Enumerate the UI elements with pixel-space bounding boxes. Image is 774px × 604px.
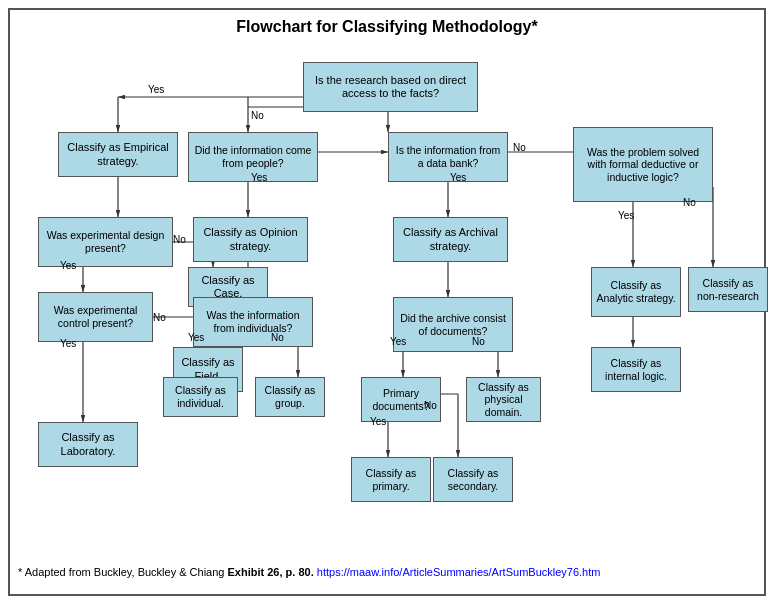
footer: * Adapted from Buckley, Buckley & Chiang… (18, 566, 756, 578)
no-label-primary: No (424, 400, 437, 411)
individual-box: Classify as individual. (163, 377, 238, 417)
no-label-archive: No (472, 336, 485, 347)
experimental-control-box: Was experimental control present? (38, 292, 153, 342)
physical-domain-box: Classify as physical domain. (466, 377, 541, 422)
no-label-formal: No (683, 197, 696, 208)
page-title: Flowchart for Classifying Methodology* (18, 18, 756, 36)
formal-deductive-box: Was the problem solved with formal deduc… (573, 127, 713, 202)
yes-label-primary: Yes (370, 416, 386, 427)
group-box: Classify as group. (255, 377, 325, 417)
opinion-box: Classify as Opinion strategy. (193, 217, 308, 262)
no-label-individuals: No (271, 332, 284, 343)
analytic-box: Classify as Analytic strategy. (591, 267, 681, 317)
yes-label-design: Yes (60, 260, 76, 271)
yes-label-formal: Yes (618, 210, 634, 221)
yes-label-people: Yes (251, 172, 267, 183)
yes-label-empirical: Yes (148, 84, 164, 95)
yes-label-control: Yes (60, 338, 76, 349)
data-bank-box: Is the information from a data bank? (388, 132, 508, 182)
archival-box: Classify as Archival strategy. (393, 217, 508, 262)
info-individuals-box: Was the information from individuals? (193, 297, 313, 347)
lab-box: Classify as Laboratory. (38, 422, 138, 467)
internal-logic-box: Classify as internal logic. (591, 347, 681, 392)
no-label-control: No (153, 312, 166, 323)
non-research-box: Classify as non-research (688, 267, 768, 312)
no-label-people: No (251, 110, 264, 121)
yes-label-databank: Yes (450, 172, 466, 183)
experimental-design-box: Was experimental design present? (38, 217, 173, 267)
no-label-databank: No (513, 142, 526, 153)
secondary-box: Classify as secondary. (433, 457, 513, 502)
no-label-design: No (173, 234, 186, 245)
primary-box: Classify as primary. (351, 457, 431, 502)
empirical-box: Classify as Empirical strategy. (58, 132, 178, 177)
archive-docs-box: Did the archive consist of documents? (393, 297, 513, 352)
start-box: Is the research based on direct access t… (303, 62, 478, 112)
yes-label-archive: Yes (390, 336, 406, 347)
yes-label-individuals: Yes (188, 332, 204, 343)
